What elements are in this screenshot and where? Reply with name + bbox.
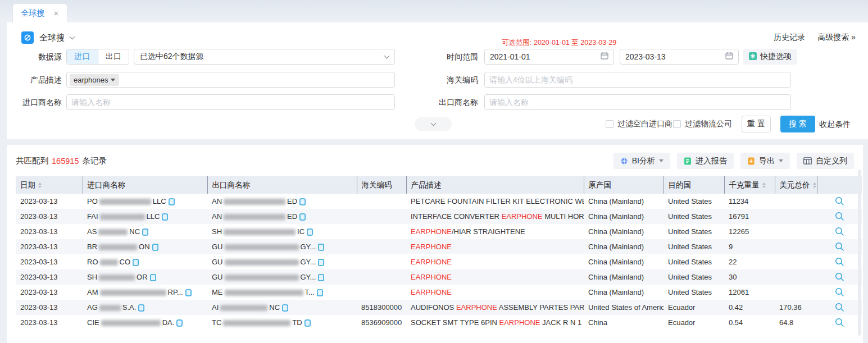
view-detail-icon[interactable] bbox=[835, 242, 844, 251]
collapse-conditions-link[interactable]: 收起条件 bbox=[819, 120, 851, 130]
cell-destination-country: Ecuador bbox=[664, 315, 724, 330]
contact-card-icon[interactable] bbox=[318, 244, 324, 251]
enter-report-button[interactable]: 进入报告 bbox=[677, 153, 734, 169]
view-detail-icon[interactable] bbox=[835, 303, 844, 312]
importer-name-prefix: AM bbox=[87, 288, 98, 296]
desc-segment: SOCKET SMT TYPE 6PIN bbox=[411, 318, 499, 327]
dropdown-arrow-icon bbox=[659, 159, 664, 162]
view-detail-icon[interactable] bbox=[835, 257, 844, 267]
export-button[interactable]: 导出 bbox=[740, 153, 790, 169]
view-detail-icon[interactable] bbox=[835, 212, 844, 221]
contact-card-icon[interactable] bbox=[169, 198, 175, 205]
chevron-down-icon[interactable] bbox=[70, 34, 75, 40]
custom-columns-button[interactable]: 自定义列 bbox=[797, 153, 854, 169]
filter-blank-importer-checkbox[interactable] bbox=[606, 120, 613, 128]
view-detail-icon[interactable] bbox=[835, 227, 844, 236]
date-from-input[interactable] bbox=[490, 52, 601, 61]
contact-card-icon[interactable] bbox=[176, 319, 183, 327]
tab-global-search[interactable]: 全球搜 × bbox=[12, 3, 67, 22]
cell-action[interactable] bbox=[817, 285, 862, 300]
custom-columns-text: 自定义列 bbox=[816, 156, 847, 166]
contact-card-icon[interactable] bbox=[305, 319, 311, 327]
cell-action[interactable] bbox=[817, 315, 862, 330]
desc-segment: JACK R N 1 SOCKET... bbox=[540, 318, 584, 327]
contact-card-icon[interactable] bbox=[150, 274, 156, 281]
filter-blank-importer-option[interactable]: 过滤空白进口商 bbox=[606, 119, 672, 129]
quick-options-text: 快捷选项 bbox=[760, 52, 792, 62]
contact-card-icon[interactable] bbox=[299, 213, 306, 221]
cell-action[interactable] bbox=[817, 239, 862, 254]
filter-logistics-checkbox[interactable] bbox=[673, 120, 681, 128]
vertical-scrollbar[interactable] bbox=[858, 170, 861, 336]
view-detail-icon[interactable] bbox=[835, 287, 844, 297]
exporter-name-redacted bbox=[225, 275, 299, 281]
contact-card-icon[interactable] bbox=[317, 289, 323, 296]
date-from-picker[interactable] bbox=[484, 49, 614, 65]
contact-card-icon[interactable] bbox=[282, 304, 288, 312]
match-count: 165915 bbox=[52, 157, 79, 166]
column-header[interactable]: 千克重量 bbox=[724, 176, 775, 194]
contact-card-icon[interactable] bbox=[162, 213, 168, 221]
sort-icon[interactable] bbox=[38, 182, 42, 188]
view-detail-icon[interactable] bbox=[835, 196, 844, 206]
cell-hs-code bbox=[357, 239, 406, 254]
exporter-name-redacted bbox=[225, 244, 299, 250]
desc-segment: EARPHONE bbox=[456, 303, 497, 312]
column-header: 产品描述 bbox=[406, 176, 584, 194]
cell-action[interactable] bbox=[817, 269, 862, 285]
filter-logistics-option[interactable]: 过滤物流公司 bbox=[673, 119, 732, 129]
cell-action[interactable] bbox=[817, 254, 862, 269]
column-header[interactable]: 日期 bbox=[16, 176, 83, 194]
reset-button[interactable]: 重置 bbox=[742, 116, 771, 132]
view-detail-icon[interactable] bbox=[835, 318, 844, 327]
cell-product-desc: EARPHONE bbox=[406, 239, 584, 254]
table-row: 2023-03-13ASNCSHICEARPHONE/HIAR STRAIGHT… bbox=[16, 224, 862, 239]
date-to-picker[interactable] bbox=[620, 49, 739, 65]
cell-action[interactable] bbox=[817, 209, 862, 224]
importer-name-label: 进口商名称 bbox=[17, 94, 62, 110]
quick-options-button[interactable]: 快捷选项 bbox=[743, 49, 797, 65]
contact-card-icon[interactable] bbox=[152, 244, 158, 251]
sort-icon[interactable] bbox=[762, 182, 766, 188]
cell-exporter: MET... bbox=[207, 285, 357, 300]
sort-icon[interactable] bbox=[813, 182, 816, 188]
cell-action[interactable] bbox=[817, 194, 862, 209]
importer-name-prefix: RO bbox=[87, 258, 98, 266]
contact-card-icon[interactable] bbox=[318, 259, 324, 266]
cell-action[interactable] bbox=[817, 300, 862, 315]
import-toggle[interactable]: 进口 bbox=[67, 49, 98, 64]
contact-card-icon[interactable] bbox=[307, 228, 313, 236]
tab-close-icon[interactable]: × bbox=[54, 8, 59, 18]
contact-card-icon[interactable] bbox=[318, 274, 324, 281]
exporter-name-redacted bbox=[224, 199, 285, 205]
exporter-name-input[interactable] bbox=[484, 94, 791, 110]
advanced-search-link[interactable]: 高级搜索 » bbox=[817, 33, 856, 43]
datasource-select[interactable]: 已选中62个数据源 bbox=[134, 49, 395, 65]
desc-segment: ASSEMBLY PARTES PARA AVIO... bbox=[497, 303, 584, 312]
contact-card-icon[interactable] bbox=[133, 259, 139, 266]
search-button[interactable]: 搜索 bbox=[780, 116, 815, 132]
hs-code-input[interactable] bbox=[484, 72, 791, 88]
exporter-name-prefix: GU bbox=[212, 273, 223, 281]
export-toggle[interactable]: 出口 bbox=[98, 49, 129, 64]
cell-usd-total: 170.36 bbox=[775, 300, 817, 315]
date-to-input[interactable] bbox=[625, 52, 725, 61]
cell-destination-country: United States bbox=[664, 194, 724, 209]
view-detail-icon[interactable] bbox=[835, 272, 844, 282]
product-desc-input[interactable]: earphones bbox=[66, 72, 395, 88]
bi-analysis-button[interactable]: BI分析 bbox=[613, 153, 670, 169]
contact-card-icon[interactable] bbox=[299, 198, 306, 205]
cell-action[interactable] bbox=[817, 224, 862, 239]
contact-card-icon[interactable] bbox=[185, 289, 192, 296]
cell-product-desc: AUDIFONOS EARPHONE ASSEMBLY PARTES PARA … bbox=[406, 300, 584, 315]
contact-card-icon[interactable] bbox=[138, 304, 144, 312]
hs-code-label: 海关编码 bbox=[423, 72, 478, 88]
contact-card-icon[interactable] bbox=[142, 228, 148, 236]
bi-analysis-icon bbox=[620, 157, 628, 165]
expand-more-button[interactable] bbox=[415, 117, 452, 131]
product-keyword-tag[interactable]: earphones bbox=[70, 74, 119, 86]
history-link[interactable]: 历史记录 bbox=[774, 33, 805, 43]
column-header[interactable]: 美元总价 bbox=[775, 176, 817, 194]
desc-segment: EARPHONE bbox=[411, 227, 452, 236]
importer-name-input[interactable] bbox=[66, 94, 395, 110]
